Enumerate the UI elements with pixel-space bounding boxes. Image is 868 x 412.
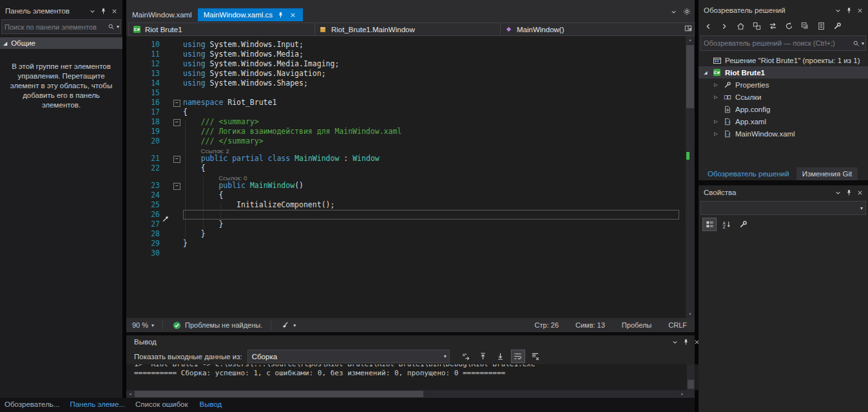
pin-icon[interactable]: [680, 337, 691, 347]
code-text[interactable]: using System.Windows.Media.Imaging;: [183, 59, 679, 69]
tree-item[interactable]: Решение "Riot Brute1" (проекты: 1 из 1): [699, 54, 868, 66]
code-text[interactable]: using System.Windows.Media;: [183, 50, 679, 59]
expander-collapsed-icon[interactable]: ▷: [713, 95, 719, 100]
code-text[interactable]: }: [183, 220, 679, 229]
properties-object-dropdown[interactable]: ▾: [700, 201, 866, 215]
scroll-right-icon[interactable]: ▸: [679, 390, 686, 398]
split-window-icon[interactable]: [683, 23, 693, 33]
sync-active-document-icon[interactable]: [766, 19, 780, 33]
code-line[interactable]: 12using System.Windows.Media.Imaging;: [126, 59, 679, 69]
search-icon[interactable]: [851, 38, 862, 48]
output-line[interactable]: ========== Сборка: успешно: 1, с ошибкам…: [134, 369, 702, 378]
code-editor[interactable]: 10using System.Windows.Input;11using Sys…: [126, 36, 695, 318]
project-dropdown[interactable]: C# Riot Brute1 ▾: [128, 23, 325, 36]
line-number[interactable]: 14: [126, 79, 160, 88]
pin-icon[interactable]: [276, 11, 285, 19]
code-text[interactable]: /// </summary>: [183, 136, 679, 146]
editor-vertical-scrollbar[interactable]: ▴ ▾: [686, 36, 695, 318]
window-options-gear-icon[interactable]: [682, 6, 692, 17]
alphabetical-icon[interactable]: AZ: [719, 218, 733, 231]
line-number[interactable]: 25: [126, 200, 160, 210]
codelens-text[interactable]: Ссылок: 0: [183, 173, 679, 181]
line-number[interactable]: 30: [126, 248, 160, 258]
close-icon[interactable]: [289, 11, 297, 19]
line-number[interactable]: 26: [126, 210, 160, 220]
code-line[interactable]: 23− public MainWindow(): [126, 181, 679, 191]
line-number[interactable]: [126, 146, 160, 154]
output-horizontal-scrollbar[interactable]: ◂ ▸: [126, 390, 695, 398]
close-icon[interactable]: [109, 6, 120, 16]
expander-collapsed-icon[interactable]: ▷: [713, 82, 719, 88]
property-pages-icon[interactable]: [736, 218, 750, 231]
refresh-icon[interactable]: [782, 19, 796, 33]
code-line[interactable]: 17{: [126, 108, 679, 117]
code-text[interactable]: using System.Windows.Navigation;: [183, 69, 679, 79]
code-line[interactable]: 30: [126, 248, 679, 258]
codelens-label[interactable]: Ссылок: 2: [201, 147, 229, 154]
fold-collapse-icon[interactable]: −: [173, 183, 180, 190]
properties-icon[interactable]: [830, 19, 844, 33]
toolbox-search-input[interactable]: [2, 20, 106, 33]
line-number[interactable]: 12: [126, 59, 160, 69]
toolbox-section-general[interactable]: ◢ Общие: [0, 37, 122, 49]
code-text[interactable]: }: [183, 239, 679, 248]
line-number[interactable]: 17: [126, 108, 160, 117]
line-number[interactable]: 20: [126, 136, 160, 146]
zoom-dropdown[interactable]: 90 % ▾: [126, 321, 160, 329]
code-line[interactable]: 10using System.Windows.Input;: [126, 40, 679, 50]
tool-window-tab[interactable]: Обозреватель решений: [702, 167, 795, 180]
editor-tab[interactable]: MainWindow.xaml: [126, 8, 198, 21]
output-vertical-scrollbar[interactable]: [687, 364, 695, 390]
code-text[interactable]: public partial class MainWindow : Window: [183, 154, 679, 164]
code-line[interactable]: 22 {: [126, 164, 679, 173]
output-line[interactable]: 1> Riot Brute1 -> C:\Users\...\source\re…: [134, 364, 702, 369]
word-wrap-icon[interactable]: [511, 350, 525, 363]
switch-views-icon[interactable]: [749, 19, 764, 33]
code-text[interactable]: /// <summary>: [183, 117, 679, 127]
type-dropdown[interactable]: Riot_Brute1.MainWindow ▾: [314, 23, 510, 36]
code-text[interactable]: using System.Windows.Shapes;: [183, 79, 679, 88]
window-position-chevron-icon[interactable]: [87, 6, 98, 16]
forward-icon[interactable]: [717, 19, 731, 33]
scrollbar-thumb[interactable]: [688, 380, 694, 389]
back-icon[interactable]: [701, 19, 715, 33]
output-text-area[interactable]: 1> Riot Brute1 -> C:\Users\...\source\re…: [126, 364, 702, 390]
scrollbar-thumb[interactable]: [135, 391, 423, 397]
pin-icon[interactable]: [844, 6, 854, 15]
window-position-chevron-icon[interactable]: [833, 6, 844, 15]
tree-item[interactable]: App.config: [699, 103, 868, 115]
code-line[interactable]: 27 }: [126, 220, 679, 229]
code-line[interactable]: 11using System.Windows.Media;: [126, 50, 679, 59]
code-text[interactable]: {: [183, 108, 679, 117]
tree-item[interactable]: ▷Ссылки: [699, 91, 868, 103]
code-cleanup-button[interactable]: ▾: [274, 320, 302, 330]
line-number[interactable]: 11: [126, 50, 160, 59]
line-number[interactable]: 27: [126, 220, 160, 229]
line-number[interactable]: 28: [126, 229, 160, 239]
expander-collapsed-icon[interactable]: ▷: [713, 131, 719, 136]
code-text[interactable]: using System.Windows.Input;: [183, 40, 679, 50]
spaces-indicator[interactable]: Пробелы: [622, 321, 651, 329]
code-text[interactable]: [183, 248, 679, 258]
fold-collapse-icon[interactable]: −: [173, 156, 180, 163]
code-text[interactable]: namespace Riot_Brute1: [183, 98, 679, 108]
line-number[interactable]: 24: [126, 191, 160, 200]
panel-splitter[interactable]: [699, 180, 868, 185]
fold-margin[interactable]: −: [160, 154, 183, 164]
document-health-indicator[interactable]: Проблемы не найдены.: [166, 320, 268, 330]
code-text[interactable]: InitializeComponent();: [183, 200, 679, 210]
code-text[interactable]: /// Логика взаимодействия для MainWindow…: [183, 127, 679, 136]
code-line[interactable]: 24 {: [126, 191, 679, 200]
codelens-row[interactable]: Ссылок: 2: [126, 146, 679, 154]
search-icon[interactable]: [106, 22, 117, 32]
previous-message-icon[interactable]: [476, 350, 490, 363]
scroll-left-icon[interactable]: ◂: [126, 390, 134, 398]
line-number[interactable]: 13: [126, 69, 160, 79]
line-number[interactable]: 18: [126, 117, 160, 127]
scrollbar-thumb[interactable]: [686, 45, 694, 108]
code-text[interactable]: }: [183, 229, 679, 239]
line-ending-indicator[interactable]: CRLF: [668, 321, 687, 329]
member-dropdown[interactable]: MainWindow() ▾: [500, 23, 695, 36]
pin-icon[interactable]: [844, 188, 854, 198]
code-line[interactable]: 29}: [126, 239, 679, 248]
